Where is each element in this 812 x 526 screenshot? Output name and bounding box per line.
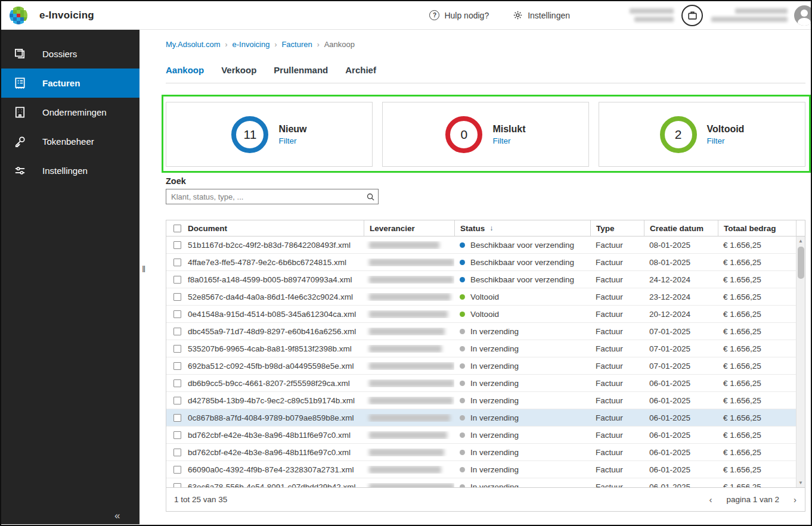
table-row[interactable]: d42785b4-13b9-4b7c-9ec2-c89c51b9174b.xml… xyxy=(166,392,796,409)
panel-resize-handle[interactable]: ‖ xyxy=(142,264,145,274)
document-name: 535207b6-9965-4cab-8a81-9f8513f2398b.xml xyxy=(188,344,364,353)
table-row[interactable]: bd762cbf-e42e-4b3e-8a96-48b11f6e97c0.xml… xyxy=(166,444,796,461)
type-cell: Factuur xyxy=(590,448,644,457)
column-header-leverancier[interactable]: Leverancier xyxy=(364,220,454,236)
status-cell: Voltooid xyxy=(454,292,590,301)
column-header-document[interactable]: Document xyxy=(188,220,364,236)
user-avatar[interactable] xyxy=(794,5,812,26)
row-checkbox[interactable] xyxy=(173,259,181,266)
row-checkbox[interactable] xyxy=(173,276,181,284)
row-checkbox[interactable] xyxy=(173,431,181,439)
sidebar-item-dossiers[interactable]: Dossiers xyxy=(1,39,140,69)
type-cell: Factuur xyxy=(590,292,644,301)
scrollbar-thumb[interactable] xyxy=(798,247,804,279)
select-all-checkbox[interactable] xyxy=(173,225,181,232)
gear-icon xyxy=(513,10,523,20)
status-card-voltooid[interactable]: 2 Voltooid Filter xyxy=(599,102,805,167)
date-cell: 07-01-2025 xyxy=(644,327,718,336)
row-checkbox[interactable] xyxy=(173,241,181,249)
table-row[interactable]: 0c867b88-a7fd-4084-9789-b079ae859b8e.xml… xyxy=(166,409,796,427)
dossier-switcher-button[interactable] xyxy=(681,5,703,26)
row-checkbox[interactable] xyxy=(173,414,181,422)
date-cell: 24-12-2024 xyxy=(644,275,718,284)
supplier-redacted xyxy=(369,259,454,266)
status-cell: In verzending xyxy=(454,396,590,405)
status-dot-icon xyxy=(460,294,465,300)
status-card-mislukt[interactable]: 0 Mislukt Filter xyxy=(382,102,589,167)
row-checkbox[interactable] xyxy=(173,449,181,456)
vertical-scrollbar[interactable]: ▲ ▼ xyxy=(796,236,805,487)
status-dot-icon xyxy=(460,260,465,265)
amount-cell: € 1.656,25 xyxy=(718,258,796,267)
row-checkbox[interactable] xyxy=(173,483,181,488)
sidebar-item-tokenbeheer[interactable]: Tokenbeheer xyxy=(1,127,140,156)
table-row[interactable]: 4ffae7e3-ffe5-4787-9e2c-6b6bc6724815.xml… xyxy=(166,254,796,271)
table-row[interactable]: 66090a0c-4392-4f9b-87e4-2328307a2731.xml… xyxy=(166,461,796,478)
card-label: Voltooid xyxy=(707,124,745,135)
row-checkbox[interactable] xyxy=(173,362,181,370)
status-cell: In verzending xyxy=(454,344,590,353)
sidebar-item-label: Facturen xyxy=(42,78,80,88)
sidebar-item-facturen[interactable]: Facturen xyxy=(1,69,140,98)
sidebar-item-instellingen[interactable]: Instellingen xyxy=(1,156,140,185)
row-checkbox[interactable] xyxy=(173,328,181,335)
adsolut-logo-icon[interactable] xyxy=(10,7,27,24)
row-checkbox[interactable] xyxy=(173,397,181,404)
sidebar-item-label: Tokenbeheer xyxy=(42,136,94,147)
row-checkbox[interactable] xyxy=(173,466,181,474)
type-cell: Factuur xyxy=(590,310,644,319)
column-header-type[interactable]: Type xyxy=(590,220,644,236)
status-card-nieuw[interactable]: 11 Nieuw Filter xyxy=(166,102,373,167)
supplier-redacted xyxy=(369,362,454,370)
filter-link[interactable]: Filter xyxy=(492,136,525,145)
tab-prullenmand[interactable]: Prullenmand xyxy=(274,65,328,75)
scroll-down-icon[interactable]: ▼ xyxy=(796,478,805,487)
scroll-up-icon[interactable]: ▲ xyxy=(796,236,805,245)
sidebar-collapse-icon[interactable]: « xyxy=(114,510,119,522)
table-row[interactable]: 535207b6-9965-4cab-8a81-9f8513f2398b.xml… xyxy=(166,340,796,357)
table-row[interactable]: dbc455a9-71d7-48d9-8297-e60b416a6256.xml… xyxy=(166,323,796,340)
breadcrumb-link[interactable]: e-Invoicing xyxy=(233,40,270,49)
breadcrumb-link[interactable]: Facturen xyxy=(281,40,312,49)
next-page-icon[interactable]: › xyxy=(794,494,796,505)
breadcrumb: My.Adsolut.com › e-Invoicing › Facturen … xyxy=(166,30,805,49)
tab-verkoop[interactable]: Verkoop xyxy=(221,65,256,75)
tab-aankoop[interactable]: Aankoop xyxy=(166,65,204,75)
column-header-creatie-datum[interactable]: Creatie datum xyxy=(644,220,718,236)
main-content: My.Adsolut.com › e-Invoicing › Facturen … xyxy=(140,30,811,524)
table-row[interactable]: bd762cbf-e42e-4b3e-8a96-48b11f6e97c0.xml… xyxy=(166,427,796,444)
table-row[interactable]: 52e8567c-da4d-4a0a-86d1-f4e6c32c9024.xml… xyxy=(166,288,796,306)
table-row[interactable]: 692ba512-c092-45fb-b98d-a04495598e5e.xml… xyxy=(166,357,796,375)
type-cell: Factuur xyxy=(590,241,644,250)
row-checkbox[interactable] xyxy=(173,310,181,318)
supplier-redacted xyxy=(369,276,454,284)
previous-page-icon[interactable]: ‹ xyxy=(709,494,712,505)
breadcrumb-link[interactable]: My.Adsolut.com xyxy=(166,40,221,49)
status-dot-icon xyxy=(460,329,465,334)
row-checkbox[interactable] xyxy=(173,345,181,353)
help-button[interactable]: ? Hulp nodig? xyxy=(429,10,489,20)
column-header-status[interactable]: Status↓ xyxy=(454,220,590,236)
table-row[interactable]: 51b1167d-b2cc-49f2-b83d-78642208493f.xml… xyxy=(166,236,796,254)
table-row[interactable]: db6b9cc5-b9cc-4661-8207-2f55598f29ca.xml… xyxy=(166,375,796,392)
column-header-totaal-bedrag[interactable]: Totaal bedrag xyxy=(718,220,796,236)
status-label: In verzending xyxy=(470,396,519,405)
filter-link[interactable]: Filter xyxy=(278,136,306,145)
supplier-redacted xyxy=(369,293,451,301)
table-row[interactable]: f8a0165f-a148-4599-b005-b897470993a4.xml… xyxy=(166,271,796,288)
search-input[interactable] xyxy=(166,192,362,201)
search-icon[interactable] xyxy=(362,192,378,201)
sidebar-item-ondernemingen[interactable]: Ondernemingen xyxy=(1,98,140,127)
supplier-redacted xyxy=(369,466,441,474)
filter-link[interactable]: Filter xyxy=(707,136,745,145)
table-row[interactable]: 63ec6a78-556b-4e54-8091-c07dbdd29b42.xml… xyxy=(166,478,796,487)
status-dot-icon xyxy=(460,346,465,351)
date-cell: 08-01-2025 xyxy=(644,241,718,250)
date-cell: 06-01-2025 xyxy=(644,483,718,488)
row-checkbox[interactable] xyxy=(173,293,181,301)
status-label: In verzending xyxy=(470,431,519,440)
row-checkbox[interactable] xyxy=(173,379,181,387)
settings-button[interactable]: Instellingen xyxy=(513,10,570,20)
tab-archief[interactable]: Archief xyxy=(345,65,376,75)
table-row[interactable]: 0e41548a-915d-4514-b085-345a612304ca.xml… xyxy=(166,306,796,323)
